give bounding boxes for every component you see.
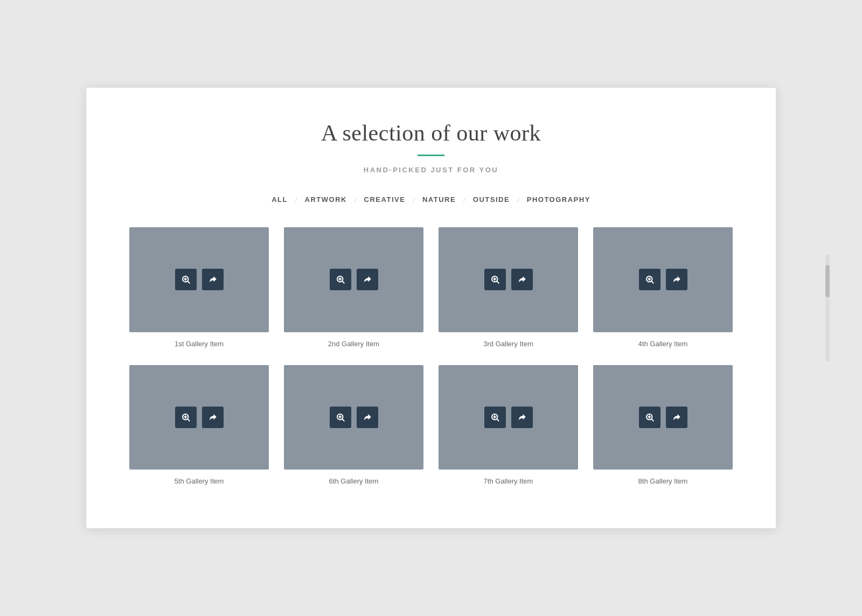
share-button[interactable] [357,269,378,290]
filter-item-all[interactable]: ALL [267,193,292,206]
share-button[interactable] [202,407,224,428]
zoom-button[interactable] [330,407,351,428]
filter-item-artwork[interactable]: ARTWORK [301,193,351,206]
filter-separator: / [460,195,469,204]
share-button[interactable] [357,407,378,428]
share-button[interactable] [202,269,224,290]
gallery-item: 3rd Gallery Item [439,227,578,347]
svg-line-29 [651,419,653,421]
gallery-thumbnail [439,227,578,332]
svg-line-13 [651,282,653,283]
gallery-item: 5th Gallery Item [129,365,269,485]
svg-line-1 [187,282,189,283]
gallery-grid: 1st Gallery Item2nd Gallery Item3rd Gall… [129,227,733,485]
page-subtitle: HAND-PICKED JUST FOR YOU [129,166,733,174]
filter-item-photography[interactable]: PHOTOGRAPHY [523,193,595,206]
share-button[interactable] [666,407,687,428]
zoom-button[interactable] [484,407,506,428]
gallery-thumbnail [129,365,269,470]
gallery-item: 8th Gallery Item [593,365,733,485]
gallery-item-label: 8th Gallery Item [638,477,688,485]
svg-line-5 [342,282,344,283]
gallery-item-label: 4th Gallery Item [638,340,688,348]
scrollbar-thumb[interactable] [825,265,830,297]
zoom-button[interactable] [175,407,197,428]
page-title: A selection of our work [129,120,733,146]
filter-separator: / [514,195,523,204]
gallery-item-label: 3rd Gallery Item [483,340,533,348]
filter-item-creative[interactable]: CREATIVE [360,193,410,206]
svg-line-17 [187,419,189,421]
gallery-item: 2nd Gallery Item [284,227,423,347]
svg-line-9 [497,282,498,283]
gallery-item: 7th Gallery Item [439,365,578,485]
gallery-item-label: 5th Gallery Item [175,477,224,485]
zoom-button[interactable] [330,269,351,290]
page-header: A selection of our work HAND-PICKED JUST… [129,120,733,174]
share-button[interactable] [511,407,533,428]
gallery-thumbnail [593,365,733,470]
filter-separator: / [409,195,418,204]
gallery-item-label: 7th Gallery Item [484,477,533,485]
gallery-item-label: 2nd Gallery Item [328,340,379,348]
svg-line-21 [342,419,344,421]
gallery-item: 1st Gallery Item [129,227,269,347]
filter-item-outside[interactable]: OUTSIDE [469,193,514,206]
gallery-thumbnail [439,365,578,470]
filter-separator: / [292,195,301,204]
gallery-item-label: 1st Gallery Item [175,340,224,348]
zoom-button[interactable] [484,269,506,290]
main-card: A selection of our work HAND-PICKED JUST… [86,88,776,528]
svg-line-25 [497,419,498,421]
filter-item-nature[interactable]: NATURE [418,193,460,206]
gallery-thumbnail [129,227,269,332]
gallery-thumbnail [593,227,733,332]
share-button[interactable] [666,269,687,290]
scrollbar-track[interactable] [825,254,830,362]
gallery-thumbnail [284,227,423,332]
gallery-thumbnail [284,365,423,470]
gallery-item: 6th Gallery Item [284,365,423,485]
title-divider [418,155,444,156]
filter-separator: / [351,195,360,204]
gallery-item: 4th Gallery Item [593,227,733,347]
zoom-button[interactable] [639,407,661,428]
filter-navigation: ALL/ARTWORK/CREATIVE/NATURE/OUTSIDE/PHOT… [129,193,733,206]
zoom-button[interactable] [175,269,197,290]
share-button[interactable] [511,269,533,290]
gallery-item-label: 6th Gallery Item [329,477,379,485]
zoom-button[interactable] [639,269,661,290]
